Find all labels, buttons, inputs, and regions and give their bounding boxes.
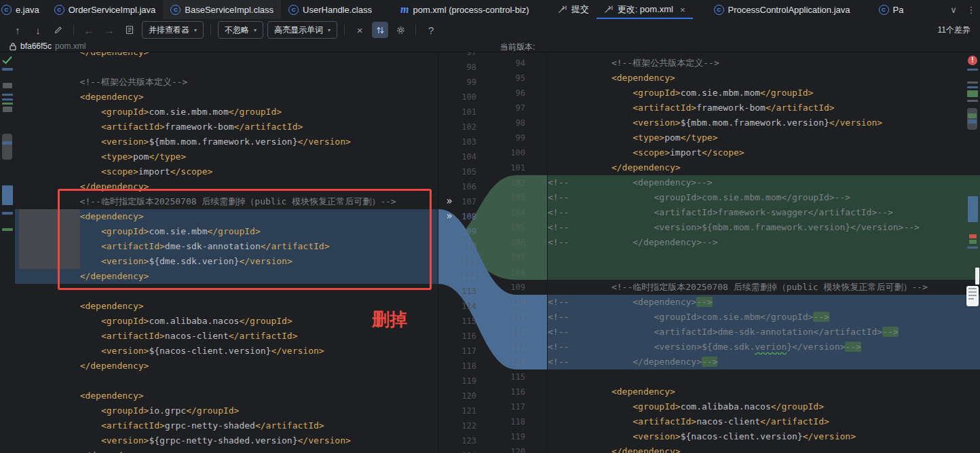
editor-tab[interactable]: mpom.xml (process-control-biz)	[393, 0, 537, 19]
error-badge-icon[interactable]: !	[968, 56, 977, 65]
code-line[interactable]: <type>pom</type>	[15, 149, 438, 164]
code-line[interactable]: <version>${nacos-client.version}</versio…	[15, 344, 438, 359]
code-line[interactable]: <version>${grpc-netty-shaded.version}</v…	[15, 433, 438, 448]
code-line[interactable]: <artifactId>grpc-netty-shaded</artifactI…	[15, 418, 438, 433]
code-line[interactable]: <groupId>io.grpc</groupId>	[15, 403, 438, 418]
whitespace-dropdown[interactable]: 不忽略 ▾	[218, 21, 263, 39]
editor-tab[interactable]: COrderServiceImpl.java	[47, 0, 164, 19]
editor-tab[interactable]: Ce.java	[0, 0, 47, 19]
lock-icon	[9, 42, 17, 51]
change-marker[interactable]	[967, 90, 978, 97]
code-line[interactable]: <dependency>	[548, 71, 980, 86]
change-marker[interactable]	[968, 113, 977, 118]
code-line[interactable]: <!--框架公共版本定义-->	[548, 56, 980, 71]
code-line[interactable]: <groupId>com.sie.mbm.mom</groupId>	[15, 105, 438, 120]
code-line[interactable]	[548, 250, 980, 265]
code-line[interactable]: <dependency>	[548, 384, 980, 399]
more-options-icon[interactable]: ⋮	[962, 0, 980, 19]
code-line[interactable]: </dependency>	[15, 359, 438, 374]
code-line[interactable]: <version>${mbm.mom.framework.version}</v…	[548, 115, 980, 130]
code-line[interactable]	[15, 60, 438, 75]
change-marker[interactable]	[967, 86, 978, 88]
code-line[interactable]: <dependency>	[15, 90, 438, 105]
change-marker[interactable]	[968, 120, 977, 124]
code-line[interactable]: <!-- <version>${dme.sdk.verion}</version…	[548, 340, 980, 355]
scrollbar-thumb[interactable]	[968, 196, 978, 222]
code-line[interactable]	[548, 369, 980, 384]
close-icon[interactable]: ×	[680, 5, 685, 15]
forward-button[interactable]: →	[101, 22, 117, 38]
settings-gear-icon[interactable]	[392, 22, 409, 38]
code-line[interactable]	[548, 265, 980, 280]
highlight-mode-label: 高亮显示单词	[274, 24, 323, 36]
scrollbar-thumb[interactable]	[2, 134, 12, 160]
code-line[interactable]: </dependency>	[548, 444, 980, 453]
code-line[interactable]: <!-- <artifactId>framework-swagger</arti…	[548, 205, 980, 220]
back-button[interactable]: ←	[81, 22, 97, 38]
change-marker[interactable]	[2, 185, 13, 205]
editor-tab[interactable]: CBaseServiceImpl.class	[163, 0, 281, 19]
code-line[interactable]: <!-- <groupId>com.sie.mbm.mom</groupId>-…	[548, 190, 980, 205]
code-line[interactable]: <!--框架公共版本定义-->	[15, 75, 438, 90]
code-line[interactable]: <!-- <artifactId>dme-sdk-annotation</art…	[548, 325, 980, 340]
line-number: 98	[491, 115, 525, 130]
change-marker[interactable]	[967, 100, 978, 102]
change-marker[interactable]	[2, 94, 13, 96]
edit-pencil-icon[interactable]	[50, 22, 67, 38]
change-marker[interactable]	[3, 107, 12, 112]
editor-tab[interactable]: CPa	[871, 0, 911, 19]
code-line[interactable]: <!-- <dependency>-->	[548, 295, 980, 310]
code-line[interactable]: <!-- <dependency>-->	[548, 175, 980, 190]
change-marker[interactable]	[2, 212, 13, 215]
highlight-mode-dropdown[interactable]: 高亮显示单词 ▾	[267, 21, 337, 39]
editor-tab[interactable]: 更改: pom.xml×	[597, 0, 693, 19]
next-difference-button[interactable]: ↓	[30, 22, 46, 38]
change-marker[interactable]	[2, 68, 13, 71]
code-line[interactable]: <scope>import</scope>	[15, 164, 438, 179]
code-line[interactable]: <type>pom</type>	[548, 130, 980, 145]
code-line[interactable]: </dependency>	[15, 448, 438, 453]
code-line[interactable]: </dependency>	[548, 160, 980, 175]
code-line[interactable]: </dependency>	[15, 52, 438, 60]
change-marker[interactable]	[3, 83, 12, 88]
code-line[interactable]: <!-- <groupId>com.sie.mbm</groupId>-->	[548, 310, 980, 325]
change-marker[interactable]	[2, 228, 13, 231]
change-marker[interactable]	[2, 141, 12, 145]
code-line[interactable]: <!--临时指定版本20250708 后续需删掉（public 模块恢复正常后可…	[548, 280, 980, 295]
editor-tab[interactable]: CProcessControlApplication.java	[706, 0, 858, 19]
viewer-mode-dropdown[interactable]: 并排查看器 ▾	[142, 21, 204, 39]
close-diff-icon[interactable]: ×	[352, 22, 368, 38]
change-marker[interactable]	[967, 247, 978, 249]
code-line[interactable]: <!-- <version>${mbm.mom.framework.versio…	[548, 220, 980, 235]
change-marker[interactable]	[969, 240, 977, 244]
code-line[interactable]: <groupId>com.alibaba.nacos</groupId>	[548, 399, 980, 414]
change-marker[interactable]	[967, 81, 978, 84]
chevron-down-icon[interactable]: ∨	[945, 0, 962, 19]
prev-difference-button[interactable]: ↑	[10, 22, 26, 38]
editor-tab[interactable]: 提交	[550, 0, 597, 19]
jump-to-source-icon[interactable]	[121, 22, 138, 38]
code-line[interactable]: <groupId>com.sie.mbm.mom</groupId>	[548, 86, 980, 101]
change-marker[interactable]	[967, 69, 978, 71]
code-line[interactable]: <version>${nacos-client.version}</versio…	[548, 429, 980, 444]
code-line[interactable]: <version>${mbm.mom.framework.version}</v…	[15, 134, 438, 149]
scrollbar-thumb[interactable]	[967, 108, 977, 130]
code-line[interactable]: <!-- </dependency>-->	[548, 235, 980, 250]
tab-label: BaseServiceImpl.class	[185, 5, 274, 15]
editor-tab[interactable]: CUserHandle.class	[281, 0, 379, 19]
swap-sides-icon[interactable]	[372, 22, 388, 38]
code-line[interactable]: <dependency>	[15, 388, 438, 403]
change-marker[interactable]	[969, 234, 977, 238]
code-line[interactable]: <scope>import</scope>	[548, 145, 980, 160]
code-line[interactable]	[15, 374, 438, 388]
right-editor[interactable]: <!--框架公共版本定义--> <dependency> <groupId>co…	[547, 52, 980, 453]
code-line[interactable]: <artifactId>framework-bom</artifactId>	[15, 120, 438, 134]
change-marker[interactable]	[2, 98, 13, 101]
help-icon[interactable]: ?	[423, 22, 439, 38]
code-line[interactable]: <artifactId>nacos-client</artifactId>	[548, 414, 980, 429]
code-line[interactable]: <artifactId>framework-bom</artifactId>	[548, 101, 980, 115]
line-number: 119	[444, 374, 476, 388]
change-marker[interactable]	[2, 103, 13, 105]
line-number: 117	[444, 344, 476, 359]
code-line[interactable]: <!-- </dependency>-->	[548, 355, 980, 369]
